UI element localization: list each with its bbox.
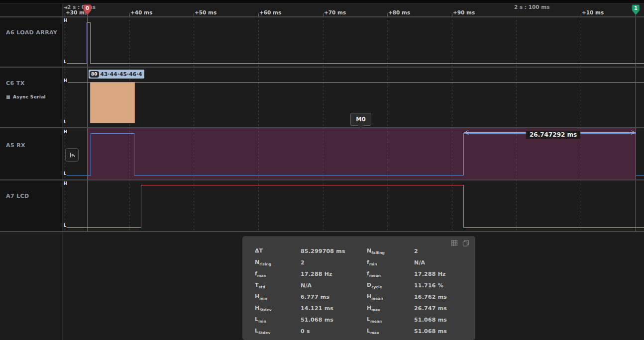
stat-label: Hmean bbox=[367, 293, 414, 301]
stat-value: 17.288 Hz bbox=[301, 271, 367, 277]
level-high-c6: H bbox=[63, 79, 68, 84]
stat-label: fmean bbox=[367, 270, 414, 278]
stat-value: 14.121 ms bbox=[301, 305, 367, 312]
stat-label: ΔT bbox=[255, 248, 301, 255]
stat-value: 16.762 ms bbox=[414, 294, 468, 300]
stat-label: HStdev bbox=[255, 305, 301, 312]
level-high-a7: H bbox=[63, 181, 68, 186]
level-low-a7: L bbox=[63, 223, 67, 228]
row-divider bbox=[0, 67, 644, 68]
row-divider bbox=[0, 16, 644, 17]
serial-byte-values: 43·44·45·46·4 bbox=[101, 71, 142, 77]
stat-value: 2 bbox=[414, 248, 468, 255]
level-high-a6: H bbox=[63, 18, 68, 23]
svg-text:1: 1 bbox=[634, 5, 638, 11]
stat-value: 26.747 ms bbox=[414, 305, 468, 312]
stat-value: N/A bbox=[414, 259, 468, 266]
marker-1-flag[interactable]: 1 bbox=[631, 4, 641, 16]
logic-analyzer-app: ◄2 s : 0 ms 2 s : 100 ms +30 ms+40 ms+50… bbox=[0, 0, 644, 340]
stat-value: 85.299708 ms bbox=[301, 248, 367, 255]
serial-data-tooltip: 80 43·44·45·46·4 bbox=[89, 70, 144, 79]
stat-label: Lmin bbox=[255, 316, 301, 324]
measurement-value: 26.747292 ms bbox=[526, 131, 580, 139]
marker-0-flag[interactable]: 0 bbox=[83, 4, 92, 16]
level-high-a5: H bbox=[63, 130, 68, 135]
stat-label: fmax bbox=[255, 270, 301, 278]
stat-label: Hmax bbox=[367, 305, 414, 312]
stat-value: 2 bbox=[301, 259, 367, 266]
svg-text:0: 0 bbox=[86, 5, 89, 11]
stat-label: LStdev bbox=[255, 328, 301, 335]
level-low-a5: L bbox=[63, 171, 67, 176]
marker-m0[interactable]: M0 bbox=[350, 113, 371, 126]
level-low-a6: L bbox=[63, 60, 67, 65]
channel-plot-a7[interactable] bbox=[62, 180, 644, 231]
stat-value: 51.068 ms bbox=[414, 317, 468, 323]
serial-byte-count-badge: 80 bbox=[90, 71, 99, 78]
row-divider bbox=[0, 127, 644, 128]
stat-label: Hmin bbox=[255, 293, 301, 301]
edge-arrow-icon bbox=[68, 151, 76, 159]
stat-label: Nrising bbox=[255, 259, 301, 266]
stat-label: fmin bbox=[367, 259, 414, 266]
stat-value: 11.716 % bbox=[414, 282, 468, 289]
stat-value: 51.068 ms bbox=[301, 317, 367, 323]
stat-label: Lmax bbox=[367, 328, 414, 335]
stat-value: 0 s bbox=[301, 328, 367, 335]
jump-to-edge-button[interactable] bbox=[65, 148, 79, 162]
stat-value: 6.777 ms bbox=[301, 294, 367, 300]
level-low-c6: L bbox=[63, 120, 67, 125]
stat-value: 17.288 Hz bbox=[414, 271, 468, 277]
stat-label: Lmean bbox=[367, 316, 414, 324]
channel-plot-a6[interactable] bbox=[62, 17, 644, 67]
stat-value: 51.068 ms bbox=[414, 328, 468, 335]
stat-label: Nfalling bbox=[367, 248, 414, 255]
stat-label: Tstd bbox=[255, 282, 301, 289]
stats-grid: ΔT85.299708 msNfalling2Nrising2fminN/Afm… bbox=[255, 246, 468, 337]
stat-value: N/A bbox=[301, 282, 367, 289]
measurement-stats-panel: ΔT85.299708 msNfalling2Nrising2fminN/Afm… bbox=[242, 236, 475, 340]
row-divider bbox=[0, 231, 644, 232]
row-divider bbox=[0, 179, 644, 180]
stat-label: Dcycle bbox=[367, 282, 414, 289]
